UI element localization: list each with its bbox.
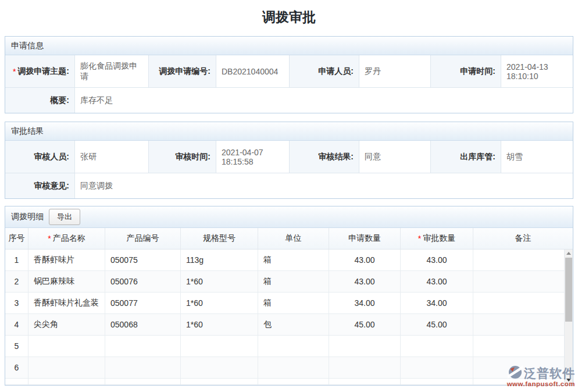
field-value-outbound-keeper: 胡雪 bbox=[501, 141, 573, 173]
apply-info-section: 申请信息 *调拨申请主题: 膨化食品调拨申请 调拨申请编号: DB2021040… bbox=[5, 36, 573, 113]
scroll-down-arrow-icon[interactable] bbox=[566, 379, 571, 382]
apply-info-section-title: 申请信息 bbox=[5, 37, 573, 55]
table-vertical-scrollbar[interactable] bbox=[564, 250, 573, 385]
detail-table-header: 序号 *产品名称 产品编号 规格型号 单位 申请数量 *审批数量 备注 bbox=[5, 228, 573, 250]
cell-product-code bbox=[105, 357, 181, 379]
cell-unit: 箱 bbox=[258, 271, 329, 293]
column-header-approve-qty: *审批数量 bbox=[401, 228, 473, 249]
cell-unit bbox=[258, 357, 329, 379]
apply-info-grid: *调拨申请主题: 膨化食品调拨申请 调拨申请编号: DB2021040004 申… bbox=[5, 55, 573, 113]
cell-product-name bbox=[28, 336, 105, 357]
field-label-applicant: 申请人员: bbox=[290, 55, 359, 88]
cell-apply-qty bbox=[329, 357, 401, 379]
cell-remark bbox=[473, 293, 564, 314]
approval-result-grid: 审核人员: 张研 审核时间: 2021-04-07 18:15:58 审核结果:… bbox=[5, 141, 573, 198]
cell-product-name: 尖尖角 bbox=[28, 314, 105, 336]
transfer-approval-page: 调拨审批 申请信息 *调拨申请主题: 膨化食品调拨申请 调拨申请编号: DB20… bbox=[0, 0, 578, 392]
cell-unit: 箱 bbox=[258, 293, 329, 314]
field-value-reviewer: 张研 bbox=[75, 141, 149, 173]
field-label-review-result: 审核结果: bbox=[290, 141, 359, 173]
field-label-review-time: 审核时间: bbox=[149, 141, 216, 173]
cell-unit: 包 bbox=[258, 314, 329, 336]
scrollbar-thumb[interactable] bbox=[565, 258, 572, 322]
cell-spec: 1*60 bbox=[181, 293, 258, 314]
field-value-summary: 库存不足 bbox=[75, 88, 573, 113]
cell-product-name bbox=[28, 357, 105, 379]
cell-unit bbox=[258, 336, 329, 357]
column-header-no: 序号 bbox=[5, 228, 28, 249]
cell-apply-qty: 43.00 bbox=[329, 250, 401, 271]
field-value-apply-time: 2021-04-13 18:10:10 bbox=[501, 55, 573, 88]
approval-result-section-title: 审批结果 bbox=[5, 122, 573, 141]
cell-product-code: 050075 bbox=[105, 250, 181, 271]
cell-apply-qty: 45.00 bbox=[329, 314, 401, 336]
cell-product-name: 锅巴麻辣味 bbox=[28, 271, 105, 293]
approval-result-section: 审批结果 审核人员: 张研 审核时间: 2021-04-07 18:15:58 … bbox=[5, 122, 573, 199]
detail-table-body: 1 香酥虾味片 050075 113g 箱 43.00 43.00 2 锅巴麻辣… bbox=[5, 250, 573, 385]
table-row[interactable]: 5 bbox=[5, 336, 564, 357]
field-label-apply-time: 申请时间: bbox=[431, 55, 501, 88]
cell-spec bbox=[181, 336, 258, 357]
cell-product-code: 050077 bbox=[105, 293, 181, 314]
field-value-review-result: 同意 bbox=[359, 141, 431, 173]
cell-row-no: 3 bbox=[5, 293, 28, 314]
field-value-review-time: 2021-04-07 18:15:58 bbox=[216, 141, 290, 173]
table-row[interactable]: 6 bbox=[5, 357, 564, 379]
scroll-up-arrow-icon[interactable] bbox=[566, 252, 571, 255]
cell-approve-qty: 34.00 bbox=[401, 293, 473, 314]
field-value-transfer-subject: 膨化食品调拨申请 bbox=[75, 55, 149, 88]
required-asterisk: * bbox=[418, 234, 421, 243]
table-row[interactable]: 1 香酥虾味片 050075 113g 箱 43.00 43.00 bbox=[5, 250, 564, 271]
column-header-spec: 规格型号 bbox=[181, 228, 258, 249]
cell-remark bbox=[473, 336, 564, 357]
cell-remark bbox=[473, 314, 564, 336]
cell-approve-qty bbox=[401, 357, 473, 379]
field-value-transfer-number: DB2021040004 bbox=[216, 55, 290, 88]
cell-spec: 113g bbox=[181, 250, 258, 271]
cell-product-code: 050068 bbox=[105, 314, 181, 336]
table-row-partial bbox=[5, 379, 564, 385]
column-header-apply-qty: 申请数量 bbox=[329, 228, 401, 249]
cell-apply-qty bbox=[329, 336, 401, 357]
cell-row-no: 5 bbox=[5, 336, 28, 357]
cell-approve-qty: 43.00 bbox=[401, 271, 473, 293]
required-asterisk: * bbox=[13, 67, 16, 76]
table-row[interactable]: 4 尖尖角 050068 1*60 包 45.00 45.00 bbox=[5, 314, 564, 336]
cell-row-no: 2 bbox=[5, 271, 28, 293]
cell-remark bbox=[473, 250, 564, 271]
cell-spec: 1*60 bbox=[181, 271, 258, 293]
transfer-detail-header: 调拨明细 导出 bbox=[5, 206, 573, 228]
cell-product-name: 香酥虾味片 bbox=[28, 250, 105, 271]
field-label-transfer-number: 调拨申请编号: bbox=[149, 55, 216, 88]
cell-remark bbox=[473, 357, 564, 379]
transfer-detail-section: 调拨明细 导出 序号 *产品名称 产品编号 规格型号 单位 申请数量 *审批数量… bbox=[5, 206, 573, 386]
cell-approve-qty: 45.00 bbox=[401, 314, 473, 336]
column-header-product-name: *产品名称 bbox=[28, 228, 105, 249]
column-header-product-code: 产品编号 bbox=[105, 228, 181, 249]
cell-product-name: 香酥虾味片礼盒装 bbox=[28, 293, 105, 314]
page-title: 调拨审批 bbox=[0, 0, 578, 36]
cell-apply-qty: 34.00 bbox=[329, 293, 401, 314]
field-label-reviewer: 审核人员: bbox=[5, 141, 75, 173]
cell-approve-qty bbox=[401, 336, 473, 357]
required-asterisk: * bbox=[48, 234, 51, 243]
cell-approve-qty: 43.00 bbox=[401, 250, 473, 271]
table-row[interactable]: 3 香酥虾味片礼盒装 050077 1*60 箱 34.00 34.00 bbox=[5, 293, 564, 314]
field-value-review-opinion: 同意调拨 bbox=[75, 173, 573, 198]
column-header-remark: 备注 bbox=[473, 228, 573, 249]
cell-product-code bbox=[105, 336, 181, 357]
export-button[interactable]: 导出 bbox=[49, 209, 80, 225]
field-label-summary: 概要: bbox=[5, 88, 75, 113]
cell-apply-qty: 43.00 bbox=[329, 271, 401, 293]
table-row[interactable]: 2 锅巴麻辣味 050076 1*60 箱 43.00 43.00 bbox=[5, 271, 564, 293]
cell-row-no: 6 bbox=[5, 357, 28, 379]
cell-row-no: 4 bbox=[5, 314, 28, 336]
field-label-transfer-subject: *调拨申请主题: bbox=[5, 55, 75, 88]
cell-product-code: 050076 bbox=[105, 271, 181, 293]
field-label-review-opinion: 审核意见: bbox=[5, 173, 75, 198]
cell-remark bbox=[473, 271, 564, 293]
field-value-applicant: 罗丹 bbox=[359, 55, 431, 88]
column-header-unit: 单位 bbox=[258, 228, 329, 249]
detail-table-rows: 1 香酥虾味片 050075 113g 箱 43.00 43.00 2 锅巴麻辣… bbox=[5, 250, 564, 385]
transfer-detail-section-title: 调拨明细 bbox=[11, 212, 44, 222]
